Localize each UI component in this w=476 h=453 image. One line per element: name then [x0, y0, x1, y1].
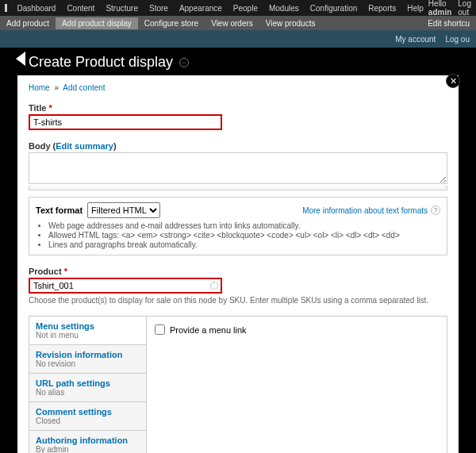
more-text-formats-link[interactable]: More information about text formats: [302, 206, 428, 215]
nav-content[interactable]: Content: [62, 4, 99, 13]
nav-people[interactable]: People: [228, 4, 263, 13]
vtab-authoring-information[interactable]: Authoring informationBy admin: [29, 431, 146, 453]
help-icon[interactable]: ?: [431, 205, 440, 215]
product-description: Choose the product(s) to display for sal…: [29, 296, 447, 305]
shortcut-view-products[interactable]: View products: [259, 17, 322, 29]
nav-reports[interactable]: Reports: [363, 4, 401, 13]
page-title: Create Product display –: [29, 54, 476, 71]
nav-help[interactable]: Help: [402, 4, 428, 13]
logout-link[interactable]: Log out: [458, 0, 471, 17]
nav-configuration[interactable]: Configuration: [305, 4, 362, 13]
home-icon[interactable]: [5, 4, 7, 12]
back-arrow-icon[interactable]: [16, 52, 25, 66]
shortcut-add-product[interactable]: Add product: [0, 17, 56, 29]
close-icon[interactable]: ✕: [446, 74, 460, 88]
edit-shortcuts-link[interactable]: Edit shortcu: [421, 17, 476, 29]
body-label: Body (Edit summary): [29, 141, 447, 151]
my-account-link[interactable]: My account: [395, 35, 436, 44]
hint-3: Lines and paragraphs break automatically…: [48, 240, 440, 249]
title-input[interactable]: [29, 114, 222, 130]
breadcrumb: Home » Add content: [29, 83, 447, 92]
nav-appearance[interactable]: Appearance: [175, 4, 227, 13]
title-label: Title *: [29, 103, 447, 113]
nav-structure[interactable]: Structure: [101, 4, 143, 13]
breadcrumb-home[interactable]: Home: [29, 83, 50, 92]
vtab-comment-settings[interactable]: Comment settingsClosed: [29, 402, 146, 431]
edit-summary-link[interactable]: Edit summary: [56, 141, 113, 151]
shortcut-add-product-display[interactable]: Add product display: [56, 17, 138, 29]
breadcrumb-add-content[interactable]: Add content: [63, 83, 105, 92]
product-input[interactable]: [29, 278, 222, 294]
nav-dashboard[interactable]: Dashboard: [12, 4, 60, 13]
body-textarea[interactable]: [29, 152, 447, 184]
vtab-revision-information[interactable]: Revision informationNo revision: [29, 345, 146, 374]
hint-2: Allowed HTML tags: <a> <em> <strong> <ci…: [48, 231, 440, 240]
menu-link-text: Provide a menu link: [170, 325, 247, 335]
vtab-menu-settings[interactable]: Menu settingsNot in menu: [29, 317, 146, 345]
product-label: Product *: [29, 267, 447, 276]
subhead-logout-link[interactable]: Log ou: [445, 35, 470, 44]
shortcut-view-orders[interactable]: View orders: [205, 17, 259, 29]
nav-store[interactable]: Store: [144, 4, 173, 13]
text-format-select[interactable]: Filtered HTML: [87, 202, 160, 218]
vtab-url-path-settings[interactable]: URL path settingsNo alias: [29, 374, 146, 402]
menu-link-checkbox-label[interactable]: Provide a menu link: [155, 324, 439, 335]
nav-modules[interactable]: Modules: [264, 4, 304, 13]
loading-spinner-icon: [210, 282, 218, 290]
text-format-label: Text format: [36, 205, 83, 215]
hello-label: Hello admin: [428, 0, 451, 17]
collapse-icon[interactable]: –: [179, 58, 189, 67]
resize-grip[interactable]: [29, 186, 447, 190]
shortcut-configure-store[interactable]: Configure store: [138, 17, 205, 29]
hint-1: Web page addresses and e-mail addresses …: [48, 221, 440, 230]
menu-link-checkbox[interactable]: [155, 324, 165, 335]
